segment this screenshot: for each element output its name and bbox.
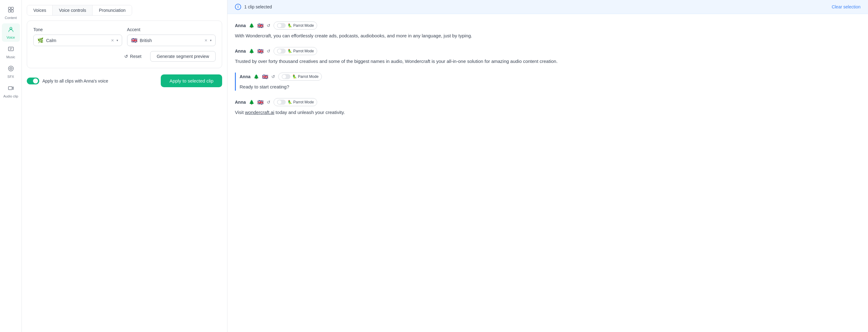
- parrot-toggle-thumb: [278, 100, 281, 104]
- parrot-toggle-thumb: [278, 49, 281, 53]
- accent-select[interactable]: 🇬🇧 British ✕ ▾: [127, 35, 216, 46]
- accent-arrow-icon: ▾: [210, 39, 212, 42]
- parrot-mode-label: 🦜 Parrot Mode: [287, 23, 314, 28]
- svg-rect-3: [11, 10, 13, 12]
- clip-voice-name: Anna: [235, 48, 246, 54]
- sidebar-voice-label: Voice: [6, 35, 15, 39]
- controls-row: Tone 🌿 Calm ✕ ▾ Accent 🇬🇧 British ✕ ▾: [33, 27, 216, 46]
- tabs-container: Voices Voice controls Pronunciation: [27, 5, 132, 15]
- clip-refresh-icon[interactable]: ↺: [267, 100, 271, 105]
- voice-controls-panel: Tone 🌿 Calm ✕ ▾ Accent 🇬🇧 British ✕ ▾: [27, 21, 222, 68]
- parrot-toggle-thumb: [282, 75, 286, 78]
- tone-arrow-icon: ▾: [117, 39, 118, 42]
- tab-voices[interactable]: Voices: [27, 5, 53, 15]
- clip-header: Anna 🌲 🇬🇧 ↺ 🦜 Parrot Mode: [240, 73, 861, 81]
- reset-button[interactable]: ↺ Reset: [119, 52, 147, 61]
- sidebar-music-label: Music: [6, 55, 15, 59]
- audio-clip-icon: [7, 85, 14, 93]
- tone-select[interactable]: 🌿 Calm ✕ ▾: [33, 35, 122, 46]
- reset-icon: ↺: [124, 54, 128, 59]
- parrot-toggle-switch: [277, 48, 286, 54]
- apply-all-toggle[interactable]: [27, 77, 39, 85]
- parrot-toggle-switch: [282, 74, 290, 79]
- sidebar: Content Voice Music: [0, 0, 22, 332]
- tab-pronunciation[interactable]: Pronunciation: [93, 5, 132, 15]
- voice-icon: [7, 26, 14, 34]
- tone-clear-icon[interactable]: ✕: [111, 38, 114, 43]
- clip-tree-icon: 🌲: [249, 100, 254, 105]
- clip-item: Anna 🌲 🇬🇧 ↺ 🦜 Parrot Mode Trusted by ove…: [235, 47, 861, 65]
- clip-flag-icon: 🇬🇧: [262, 74, 268, 80]
- tone-select-icon: 🌿: [37, 37, 43, 43]
- tab-voice-controls[interactable]: Voice controls: [53, 5, 93, 15]
- clip-flag-icon: 🇬🇧: [257, 99, 264, 105]
- clip-refresh-icon[interactable]: ↺: [267, 48, 271, 54]
- clip-header: Anna 🌲 🇬🇧 ↺ 🦜 Parrot Mode: [235, 22, 861, 30]
- svg-rect-5: [8, 47, 13, 51]
- sidebar-audio-clip-label: Audio clip: [3, 94, 19, 98]
- clip-text: With Wondercraft, you can effortlessly c…: [235, 32, 861, 39]
- apply-selected-button[interactable]: Apply to selected clip: [161, 74, 222, 87]
- sidebar-item-music[interactable]: Music: [2, 43, 20, 61]
- clear-selection-button[interactable]: Clear selection: [832, 4, 861, 9]
- generate-button[interactable]: Generate segment preview: [150, 51, 216, 62]
- parrot-toggle-switch: [277, 23, 286, 28]
- clip-refresh-icon[interactable]: ↺: [271, 74, 275, 79]
- music-icon: [7, 45, 14, 54]
- svg-rect-1: [11, 7, 13, 9]
- svg-point-8: [10, 68, 11, 69]
- clip-text: Ready to start creating?: [240, 83, 861, 91]
- clip-voice-name: Anna: [240, 74, 250, 79]
- parrot-mode-toggle[interactable]: 🦜 Parrot Mode: [274, 98, 317, 106]
- clip-flag-icon: 🇬🇧: [257, 48, 264, 54]
- clip-text: Trusted by over forty thousand creatives…: [235, 58, 861, 65]
- svg-rect-0: [8, 7, 10, 9]
- sidebar-item-sfx[interactable]: SFX: [2, 63, 20, 81]
- content-icon: [7, 6, 14, 14]
- clip-tree-icon: 🌲: [249, 48, 254, 54]
- parrot-mode-label: 🦜 Parrot Mode: [292, 74, 318, 79]
- clip-text: Visit wondercraft.ai today and unleash y…: [235, 109, 861, 116]
- info-icon: i: [235, 4, 241, 10]
- clip-item: Anna 🌲 🇬🇧 ↺ 🦜 Parrot Mode With Wondercra…: [235, 22, 861, 39]
- selection-info: i 1 clip selected: [235, 4, 272, 10]
- svg-rect-2: [8, 10, 10, 12]
- sidebar-content-label: Content: [5, 16, 17, 20]
- parrot-mode-toggle[interactable]: 🦜 Parrot Mode: [278, 73, 322, 81]
- controls-actions: ↺ Reset Generate segment preview: [33, 51, 216, 62]
- clip-flag-icon: 🇬🇧: [257, 23, 264, 29]
- accent-label: Accent: [127, 27, 216, 32]
- sidebar-item-voice[interactable]: Voice: [2, 23, 20, 42]
- apply-all-group: Apply to all clips with Anna's voice: [27, 77, 108, 85]
- parrot-toggle-switch: [277, 100, 286, 105]
- left-panel: Voices Voice controls Pronunciation Tone…: [22, 0, 227, 332]
- parrot-mode-toggle[interactable]: 🦜 Parrot Mode: [274, 22, 317, 30]
- toggle-thumb: [33, 78, 38, 84]
- clip-voice-name: Anna: [235, 100, 246, 105]
- tone-label: Tone: [33, 27, 122, 32]
- clip-item: Anna 🌲 🇬🇧 ↺ 🦜 Parrot Mode Visit wondercr…: [235, 98, 861, 116]
- svg-rect-9: [8, 87, 12, 90]
- accent-clear-icon[interactable]: ✕: [205, 38, 208, 43]
- sidebar-item-content[interactable]: Content: [2, 4, 20, 22]
- parrot-mode-label: 🦜 Parrot Mode: [287, 100, 314, 104]
- accent-group: Accent 🇬🇧 British ✕ ▾: [127, 27, 216, 46]
- sfx-icon: [7, 65, 14, 73]
- tone-group: Tone 🌿 Calm ✕ ▾: [33, 27, 122, 46]
- clip-item-selected: Anna 🌲 🇬🇧 ↺ 🦜 Parrot Mode Ready to start…: [235, 73, 861, 91]
- parrot-mode-label: 🦜 Parrot Mode: [287, 49, 314, 53]
- selection-banner: i 1 clip selected Clear selection: [227, 0, 868, 14]
- right-panel: i 1 clip selected Clear selection Anna 🌲…: [227, 0, 868, 332]
- tone-select-value: Calm: [46, 38, 108, 43]
- clip-tree-icon: 🌲: [249, 23, 254, 28]
- accent-select-value: British: [140, 38, 202, 43]
- sidebar-item-audio-clip[interactable]: Audio clip: [2, 82, 20, 101]
- wondercraft-link[interactable]: wondercraft.ai: [245, 110, 274, 115]
- parrot-mode-toggle[interactable]: 🦜 Parrot Mode: [274, 47, 317, 55]
- apply-row: Apply to all clips with Anna's voice App…: [27, 73, 222, 89]
- parrot-toggle-thumb: [278, 24, 281, 27]
- clip-refresh-icon[interactable]: ↺: [267, 23, 271, 28]
- apply-all-label: Apply to all clips with Anna's voice: [42, 78, 108, 84]
- clip-header: Anna 🌲 🇬🇧 ↺ 🦜 Parrot Mode: [235, 98, 861, 106]
- clip-header: Anna 🌲 🇬🇧 ↺ 🦜 Parrot Mode: [235, 47, 861, 55]
